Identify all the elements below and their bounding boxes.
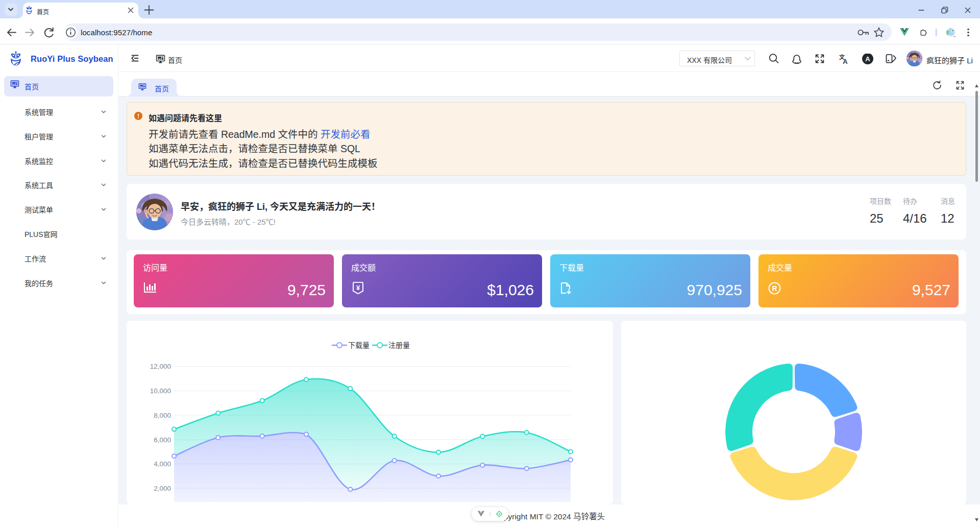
svg-text:A: A [843, 58, 848, 65]
svg-text:¥: ¥ [356, 284, 360, 292]
svg-text:2,000: 2,000 [154, 485, 171, 492]
svg-text:4,000: 4,000 [154, 460, 171, 468]
svg-text:注册量: 注册量 [388, 341, 410, 349]
svg-text:12,000: 12,000 [150, 363, 171, 370]
svg-text:A: A [865, 55, 870, 63]
svg-text:R: R [772, 284, 777, 293]
svg-text:8,000: 8,000 [154, 412, 171, 419]
svg-text:10,000: 10,000 [150, 387, 171, 395]
svg-text:下载量: 下载量 [348, 341, 370, 349]
svg-text:6,000: 6,000 [154, 436, 171, 444]
